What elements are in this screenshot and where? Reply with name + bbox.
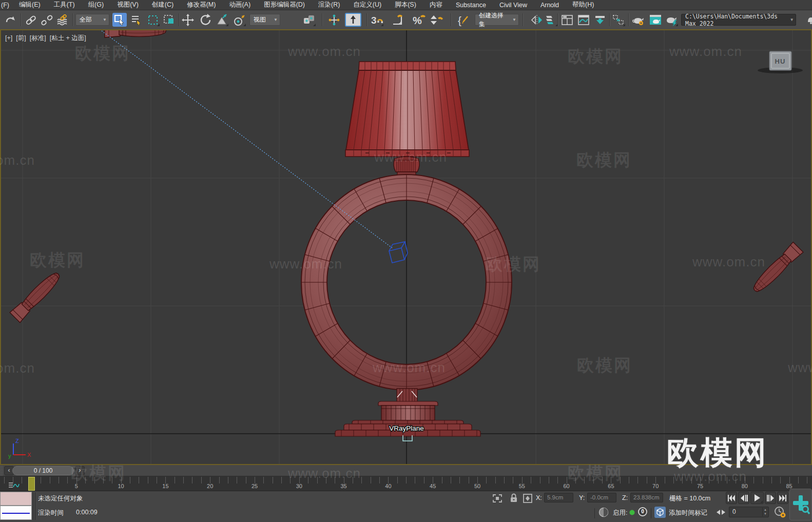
align-button[interactable] xyxy=(544,13,558,27)
selection-filter-combo[interactable]: 全部▼ xyxy=(75,14,109,26)
render-setup-icon[interactable] xyxy=(631,13,645,27)
menu-item[interactable]: 修改器(M) xyxy=(180,1,222,9)
mirror-button[interactable] xyxy=(530,13,544,27)
viewport-menu-shading[interactable]: [粘土 + 边面] xyxy=(50,34,86,42)
render-production-icon[interactable] xyxy=(664,13,679,27)
goto-start-button[interactable] xyxy=(726,492,737,504)
select-object-button[interactable] xyxy=(112,13,127,27)
viewport-menu-pov[interactable]: [前] xyxy=(16,34,26,42)
viewport-menu-general[interactable]: [+] xyxy=(5,34,12,42)
select-rotate-button[interactable] xyxy=(199,13,213,27)
viewport-menu-renderer[interactable]: [标准] xyxy=(30,34,46,42)
select-move-button[interactable] xyxy=(181,13,195,27)
goto-end-button[interactable] xyxy=(777,492,788,504)
y-coord-field[interactable]: -0.0cm xyxy=(587,493,616,502)
chevron-down-icon: ▼ xyxy=(274,17,278,22)
mini-curve-editor-icon[interactable] xyxy=(8,482,20,489)
lamp-shade[interactable] xyxy=(345,62,469,157)
set-key-button[interactable] xyxy=(789,489,812,520)
snap-3d-toggle[interactable]: 3 xyxy=(370,13,384,27)
menu-item[interactable]: 视图(V) xyxy=(110,1,145,9)
selection-lock-icon[interactable] xyxy=(509,493,518,504)
menu-item[interactable]: 编辑(E) xyxy=(12,1,47,9)
viewport[interactable]: [+][前][标准][粘土 + 边面] xyxy=(0,29,812,465)
track-bar[interactable]: 0510152025303540455055606570758085 xyxy=(0,476,812,491)
next-frame-button[interactable] xyxy=(765,492,776,504)
named-selection-combo[interactable]: 创建选择集▼ xyxy=(475,14,519,26)
named-selection-value: 创建选择集 xyxy=(479,11,509,29)
hu-badge: HU xyxy=(758,51,803,73)
window-crossing-button[interactable] xyxy=(162,13,176,27)
project-folder-combo[interactable]: C:\Users\Han\Documents\3ds Max 2022▼ xyxy=(681,14,796,26)
selection-region-button[interactable] xyxy=(146,13,160,27)
current-frame-field[interactable]: 0 ▲▼ xyxy=(729,507,769,517)
notification-count-badge[interactable]: 0 xyxy=(638,507,647,516)
undo-icon[interactable] xyxy=(3,13,17,27)
z-coord-field[interactable]: 23.838cm xyxy=(630,493,663,502)
time-slider-value[interactable]: 0 / 100 xyxy=(12,466,74,475)
menu-item[interactable]: 内容 xyxy=(423,1,449,9)
scene-converter-cube-icon[interactable] xyxy=(654,507,666,518)
play-button[interactable] xyxy=(750,492,764,504)
helper-cube[interactable] xyxy=(389,242,408,263)
pivot-center-button[interactable] xyxy=(302,13,316,27)
menubar[interactable]: (F)编辑(E)工具(T)组(G)视图(V)创建(C)修改器(M)动画(A)图形… xyxy=(0,0,812,10)
ribbon-toggle-icon[interactable] xyxy=(593,13,607,27)
unlink-icon[interactable] xyxy=(40,13,54,27)
menu-item[interactable]: 创建(C) xyxy=(145,1,180,9)
select-by-name-button[interactable] xyxy=(129,13,144,27)
select-manipulate-button[interactable] xyxy=(327,13,341,27)
viewport-label[interactable]: [+][前][标准][粘土 + 边面] xyxy=(5,33,90,43)
keyboard-override-toggle[interactable] xyxy=(345,13,361,27)
current-frame-value: 0 xyxy=(732,508,736,515)
edit-named-selections-button[interactable]: { xyxy=(457,13,471,27)
toolbar-grip[interactable] xyxy=(0,465,3,476)
auto-key-clock-icon[interactable] xyxy=(774,506,786,518)
menu-item[interactable]: Arnold xyxy=(534,2,566,9)
lamp-socket[interactable] xyxy=(394,156,419,176)
schematic-view-icon[interactable] xyxy=(611,13,626,27)
maxscript-macro-recorder[interactable] xyxy=(0,492,32,506)
bind-spacewarp-icon[interactable] xyxy=(55,13,70,27)
link-icon[interactable] xyxy=(24,13,38,27)
menu-item[interactable]: 组(G) xyxy=(82,1,111,9)
application-window: (F)编辑(E)工具(T)组(G)视图(V)创建(C)修改器(M)动画(A)图形… xyxy=(0,0,812,522)
maxscript-listener[interactable] xyxy=(0,506,32,520)
timeline-tick-label: 25 xyxy=(252,483,258,489)
menu-item[interactable]: 帮助(H) xyxy=(566,1,601,9)
ref-coord-combo[interactable]: 视图▼ xyxy=(249,14,280,26)
menu-item[interactable]: Civil View xyxy=(493,2,534,9)
x-coord-field[interactable]: 5.9cm xyxy=(544,493,573,502)
menu-item[interactable]: Substance xyxy=(449,2,493,9)
time-tag-arrows-icon[interactable] xyxy=(717,510,725,515)
select-place-button[interactable] xyxy=(232,13,246,27)
timeline-tick-label: 75 xyxy=(697,483,703,489)
menu-item[interactable]: 工具(T) xyxy=(47,1,82,9)
select-scale-button[interactable] xyxy=(215,13,229,27)
percent-snap-toggle[interactable]: % xyxy=(412,13,426,27)
menu-item[interactable]: 脚本(S) xyxy=(388,1,423,9)
menu-item[interactable]: 渲染(R) xyxy=(312,1,346,9)
menu-item[interactable]: (F) xyxy=(0,2,12,9)
menu-item[interactable]: 动画(A) xyxy=(222,1,257,9)
rendered-frame-icon[interactable] xyxy=(648,13,663,27)
angle-snap-toggle[interactable] xyxy=(391,13,405,27)
prev-frame-button[interactable] xyxy=(738,492,749,504)
curve-editor-icon[interactable] xyxy=(576,13,591,27)
viewport-scene[interactable]: VRayPlane Z X y HU xyxy=(1,30,812,465)
world-axis-tripod: Z X y xyxy=(8,438,31,459)
selection-status: 未选定任何对象 xyxy=(38,494,83,503)
safe-scene-shield-icon[interactable] xyxy=(598,507,609,517)
add-time-tag[interactable]: 添加时间标记 xyxy=(669,509,707,517)
spinner-arrows[interactable]: ▲▼ xyxy=(762,508,768,516)
menu-item[interactable]: 图形编辑器(D) xyxy=(257,1,312,9)
time-slider-handle[interactable] xyxy=(28,477,35,491)
listener-splitter[interactable] xyxy=(33,492,35,520)
scene-explorer-icon[interactable] xyxy=(560,13,574,27)
isolate-selection-icon[interactable] xyxy=(492,493,503,504)
spinner-snap-toggle[interactable] xyxy=(429,13,443,27)
absolute-mode-icon[interactable] xyxy=(523,493,533,504)
next-frame-arrow-button[interactable]: › xyxy=(75,466,85,475)
menu-item[interactable]: 自定义(U) xyxy=(346,1,388,9)
notification-bell-icon[interactable] xyxy=(804,13,812,27)
